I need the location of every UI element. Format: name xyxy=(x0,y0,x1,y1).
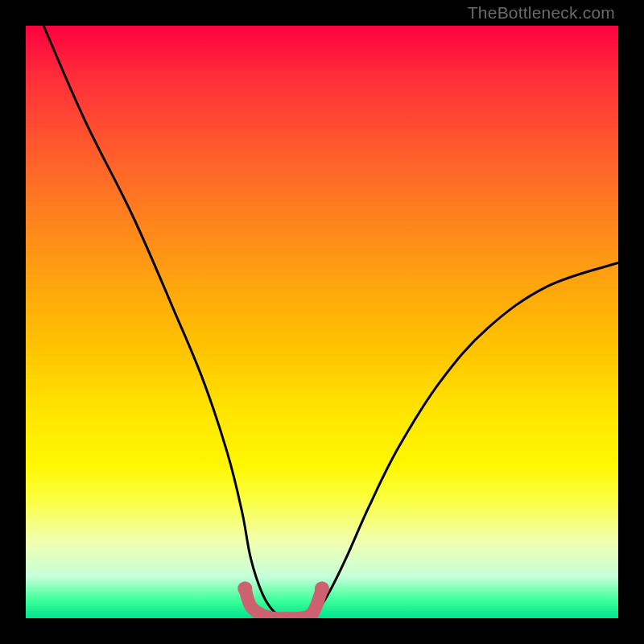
plot-area xyxy=(26,26,618,618)
watermark-text: TheBottleneck.com xyxy=(468,3,615,23)
trough-endpoint-dot xyxy=(315,581,329,596)
trough-endpoint-dot xyxy=(237,581,252,596)
curve-svg xyxy=(26,26,618,618)
chart-frame: TheBottleneck.com xyxy=(0,0,644,644)
trough-highlight-path xyxy=(245,588,322,618)
bottleneck-curve-path xyxy=(43,26,618,618)
